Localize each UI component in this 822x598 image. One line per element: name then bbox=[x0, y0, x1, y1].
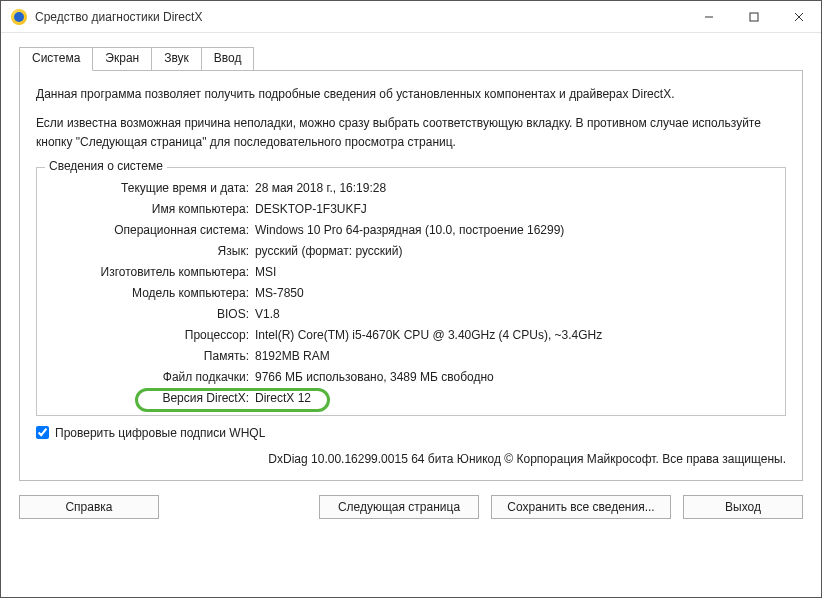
save-all-button[interactable]: Сохранить все сведения... bbox=[491, 495, 671, 519]
client-area: Система Экран Звук Ввод Данная программа… bbox=[1, 33, 821, 533]
intro-line-1: Данная программа позволяет получить подр… bbox=[36, 85, 786, 104]
whql-check-row: Проверить цифровые подписи WHQL bbox=[36, 426, 786, 440]
tab-sound[interactable]: Звук bbox=[151, 47, 202, 71]
row-bios: BIOS:V1.8 bbox=[49, 304, 773, 325]
intro-text: Данная программа позволяет получить подр… bbox=[36, 85, 786, 153]
row-language: Язык:русский (формат: русский) bbox=[49, 241, 773, 262]
svg-rect-1 bbox=[750, 13, 758, 21]
tab-input[interactable]: Ввод bbox=[201, 47, 255, 71]
tab-system[interactable]: Система bbox=[19, 47, 93, 71]
tab-panel-system: Данная программа позволяет получить подр… bbox=[19, 70, 803, 481]
row-manufacturer: Изготовитель компьютера:MSI bbox=[49, 262, 773, 283]
row-datetime: Текущие время и дата:28 мая 2018 г., 16:… bbox=[49, 178, 773, 199]
whql-checkbox[interactable] bbox=[36, 426, 49, 439]
footer-copyright: DxDiag 10.00.16299.0015 64 бита Юникод ©… bbox=[36, 452, 786, 466]
next-page-button[interactable]: Следующая страница bbox=[319, 495, 479, 519]
whql-checkbox-label: Проверить цифровые подписи WHQL bbox=[55, 426, 265, 440]
row-computername: Имя компьютера:DESKTOP-1F3UKFJ bbox=[49, 199, 773, 220]
titlebar: Средство диагностики DirectX bbox=[1, 1, 821, 33]
minimize-button[interactable] bbox=[686, 3, 731, 31]
system-info-group: Сведения о системе Текущие время и дата:… bbox=[36, 167, 786, 416]
tab-row: Система Экран Звук Ввод bbox=[19, 47, 803, 71]
row-os: Операционная система:Windows 10 Pro 64-р… bbox=[49, 220, 773, 241]
button-bar: Справка Следующая страница Сохранить все… bbox=[19, 495, 803, 519]
intro-line-2: Если известна возможная причина неполадк… bbox=[36, 114, 786, 152]
tab-display[interactable]: Экран bbox=[92, 47, 152, 71]
exit-button[interactable]: Выход bbox=[683, 495, 803, 519]
dxdiag-icon bbox=[11, 9, 27, 25]
maximize-button[interactable] bbox=[731, 3, 776, 31]
close-button[interactable] bbox=[776, 3, 821, 31]
row-memory: Память:8192MB RAM bbox=[49, 346, 773, 367]
row-directx-version: Версия DirectX:DirectX 12 bbox=[49, 388, 773, 409]
window-title: Средство диагностики DirectX bbox=[35, 10, 202, 24]
row-pagefile: Файл подкачки:9766 МБ использовано, 3489… bbox=[49, 367, 773, 388]
help-button[interactable]: Справка bbox=[19, 495, 159, 519]
dxdiag-window: Средство диагностики DirectX Система Экр… bbox=[0, 0, 822, 598]
window-controls bbox=[686, 3, 821, 31]
row-model: Модель компьютера:MS-7850 bbox=[49, 283, 773, 304]
row-processor: Процессор:Intel(R) Core(TM) i5-4670K CPU… bbox=[49, 325, 773, 346]
system-info-legend: Сведения о системе bbox=[45, 159, 167, 173]
